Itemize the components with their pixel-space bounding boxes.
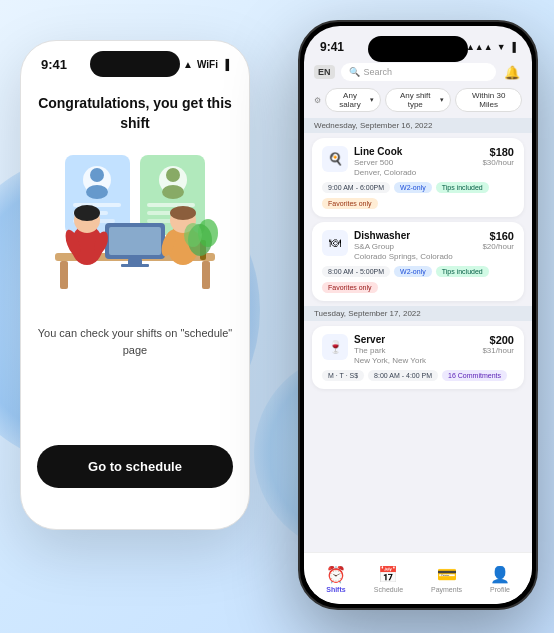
job-per-hour-1: $30/hour xyxy=(482,158,514,167)
go-schedule-button[interactable]: Go to schedule xyxy=(37,445,233,488)
job-icon-title-1: 🍳 Line Cook Server 500 Denver, Colorado xyxy=(322,146,416,177)
nav-profile[interactable]: 👤 Profile xyxy=(490,565,510,593)
tag-favorites-2: Favorites only xyxy=(322,282,378,293)
svg-rect-15 xyxy=(60,261,68,289)
job-price-1: $180 $30/hour xyxy=(482,146,514,167)
search-placeholder: Search xyxy=(364,67,393,77)
right-header: EN 🔍 Search 🔔 xyxy=(304,58,532,88)
search-icon: 🔍 xyxy=(349,67,360,77)
job-price-3: $200 $31/hour xyxy=(482,334,514,355)
nav-payments[interactable]: 💳 Payments xyxy=(431,565,462,593)
job-price-2: $160 $20/hour xyxy=(482,230,514,251)
tag-tips-2: Tips included xyxy=(436,266,489,277)
dishwasher-icon: 🍽 xyxy=(322,230,348,256)
svg-point-6 xyxy=(166,168,180,182)
wifi-icon: WiFi xyxy=(197,59,218,70)
tag-w2-2: W2-only xyxy=(394,266,432,277)
job-card-header-1: 🍳 Line Cook Server 500 Denver, Colorado … xyxy=(322,146,514,177)
job-per-hour-3: $31/hour xyxy=(482,346,514,355)
svg-rect-11 xyxy=(147,203,195,207)
svg-point-7 xyxy=(162,185,184,199)
nav-shifts[interactable]: ⏰ Shifts xyxy=(326,565,346,593)
salary-filter[interactable]: Any salary ▾ xyxy=(325,88,381,112)
svg-point-28 xyxy=(170,206,196,220)
line-cook-icon: 🍳 xyxy=(322,146,348,172)
right-wifi-icon: ▼ xyxy=(497,42,506,52)
tag-time-2: 8:00 AM - 5:00PM xyxy=(322,266,390,277)
tag-w2-1: W2-only xyxy=(394,182,432,193)
job-extra-tags-1: Favorites only xyxy=(322,198,514,209)
tag-time-1: 9:00 AM - 6:00PM xyxy=(322,182,390,193)
right-battery-icon: ▐ xyxy=(510,42,516,52)
right-phone-inner: 9:41 ▲▲▲ ▼ ▐ EN 🔍 Search 🔔 ⚙ Any salary … xyxy=(304,26,532,604)
svg-point-23 xyxy=(74,205,100,221)
job-company-1: Server 500 xyxy=(354,158,416,167)
svg-rect-18 xyxy=(109,227,161,255)
tag-tips-1: Tips included xyxy=(436,182,489,193)
filter-icon: ⚙ xyxy=(314,96,321,105)
salary-chevron-icon: ▾ xyxy=(370,96,374,104)
lang-badge[interactable]: EN xyxy=(314,65,335,79)
shift-type-filter[interactable]: Any shift type ▾ xyxy=(385,88,451,112)
job-title-dishwasher: Dishwasher xyxy=(354,230,453,241)
bell-icon[interactable]: 🔔 xyxy=(502,62,522,82)
nav-shifts-label: Shifts xyxy=(326,586,345,593)
right-phone-notch xyxy=(368,36,468,62)
left-status-time: 9:41 xyxy=(41,57,67,72)
battery-icon: ▐ xyxy=(222,59,229,70)
tag-time-3: 8:00 AM - 4:00 PM xyxy=(368,370,438,381)
svg-point-3 xyxy=(90,168,104,182)
congrats-illustration xyxy=(45,145,225,305)
job-card-line-cook[interactable]: 🍳 Line Cook Server 500 Denver, Colorado … xyxy=(312,138,524,217)
job-tags-2: 8:00 AM - 5:00PM W2-only Tips included xyxy=(322,266,514,277)
job-icon-title-2: 🍽 Dishwasher S&A Group Colorado Springs,… xyxy=(322,230,453,261)
distance-filter-label: Within 30 Miles xyxy=(462,91,515,109)
shift-type-filter-label: Any shift type xyxy=(392,91,438,109)
job-tags-3: M · T · S$ 8:00 AM - 4:00 PM 16 Commitme… xyxy=(322,370,514,381)
svg-rect-20 xyxy=(121,264,149,267)
server-icon: 🍷 xyxy=(322,334,348,360)
shifts-icon: ⏰ xyxy=(326,565,346,584)
job-location-3: New York, New York xyxy=(354,356,426,365)
congrats-title: Congratulations, you get this shift xyxy=(37,94,233,133)
tag-days-3: M · T · S$ xyxy=(322,370,364,381)
job-extra-tags-2: Favorites only xyxy=(322,282,514,293)
job-info-2: Dishwasher S&A Group Colorado Springs, C… xyxy=(354,230,453,261)
schedule-icon: 📅 xyxy=(378,565,398,584)
right-signal-icon: ▲▲▲ xyxy=(466,42,493,52)
nav-payments-label: Payments xyxy=(431,586,462,593)
job-icon-title-3: 🍷 Server The park New York, New York xyxy=(322,334,426,365)
profile-icon: 👤 xyxy=(490,565,510,584)
right-status-time: 9:41 xyxy=(320,40,344,54)
job-title-line-cook: Line Cook xyxy=(354,146,416,157)
svg-point-34 xyxy=(184,223,202,247)
left-status-icons: ▲ WiFi ▐ xyxy=(183,59,229,70)
phone-right: 9:41 ▲▲▲ ▼ ▐ EN 🔍 Search 🔔 ⚙ Any salary … xyxy=(298,20,538,610)
payments-icon: 💳 xyxy=(437,565,457,584)
nav-schedule[interactable]: 📅 Schedule xyxy=(374,565,403,593)
job-card-dishwasher[interactable]: 🍽 Dishwasher S&A Group Colorado Springs,… xyxy=(312,222,524,301)
tag-commitments-3: 16 Commitments xyxy=(442,370,507,381)
nav-profile-label: Profile xyxy=(490,586,510,593)
date-label-1: Wednesday, September 16, 2022 xyxy=(304,118,532,133)
congrats-subtitle: You can check your shifts on "schedule" … xyxy=(37,325,233,358)
job-card-header-3: 🍷 Server The park New York, New York $20… xyxy=(322,334,514,365)
search-box[interactable]: 🔍 Search xyxy=(341,63,496,81)
salary-filter-label: Any salary xyxy=(332,91,368,109)
job-per-hour-2: $20/hour xyxy=(482,242,514,251)
job-amount-2: $160 xyxy=(482,230,514,242)
job-card-server[interactable]: 🍷 Server The park New York, New York $20… xyxy=(312,326,524,389)
date-label-2: Tuesday, September 17, 2022 xyxy=(304,306,532,321)
svg-rect-16 xyxy=(202,261,210,289)
job-company-3: The park xyxy=(354,346,426,355)
distance-filter[interactable]: Within 30 Miles xyxy=(455,88,522,112)
nav-schedule-label: Schedule xyxy=(374,586,403,593)
job-company-2: S&A Group xyxy=(354,242,453,251)
job-card-header-2: 🍽 Dishwasher S&A Group Colorado Springs,… xyxy=(322,230,514,261)
signal-icon: ▲ xyxy=(183,59,193,70)
job-info-1: Line Cook Server 500 Denver, Colorado xyxy=(354,146,416,177)
bottom-nav: ⏰ Shifts 📅 Schedule 💳 Payments 👤 Profile xyxy=(304,552,532,604)
filter-bar: ⚙ Any salary ▾ Any shift type ▾ Within 3… xyxy=(304,88,532,118)
left-phone-notch xyxy=(90,51,180,77)
job-list: Wednesday, September 16, 2022 🍳 Line Coo… xyxy=(304,118,532,576)
